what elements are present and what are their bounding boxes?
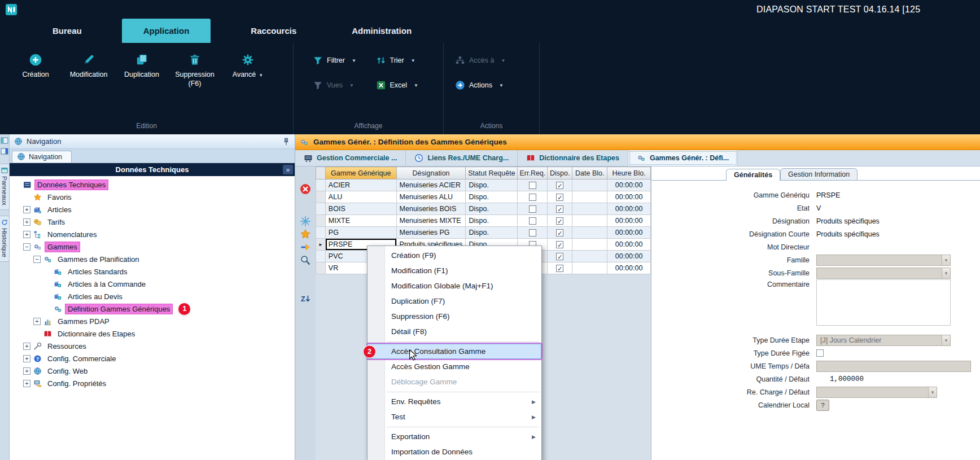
grid-row-bois[interactable]: BOISMenuiseries BOISDispo.00:00:00	[316, 203, 651, 215]
cell-designation[interactable]: Menuiseries MIXTE	[396, 215, 466, 227]
search-button[interactable]	[300, 255, 311, 266]
tree-item-articles-standards[interactable]: Articles Standards	[10, 265, 295, 278]
checkbox-err-req[interactable]	[529, 194, 536, 201]
panel-tab-historique[interactable]: Historique	[0, 216, 10, 262]
cell-dispo[interactable]	[548, 203, 572, 215]
tree-item-articles[interactable]: +Articles	[10, 203, 295, 216]
cell-statut[interactable]: Dispo.	[466, 215, 518, 227]
menu-item-importation-de-donnees[interactable]: Importation de Données	[368, 444, 541, 459]
trier-button[interactable]: Trier ▼	[376, 55, 439, 65]
checkbox-dispo[interactable]	[556, 253, 563, 260]
cell-statut[interactable]: Dispo.	[466, 227, 518, 239]
cell-heure-blo[interactable]: 00:00:00	[607, 179, 651, 191]
expand-icon[interactable]: +	[33, 318, 41, 325]
cell-err-req[interactable]	[518, 191, 548, 203]
cell-gamme[interactable]: ALU	[325, 191, 396, 203]
row-selector[interactable]	[316, 215, 326, 227]
cell-gamme[interactable]: MIXTE	[325, 215, 396, 227]
form-textarea[interactable]	[816, 279, 951, 326]
menu-item-duplication-f7[interactable]: Duplication (F7)	[368, 293, 541, 309]
tab-dictionnaire-etapes[interactable]: Dictionnaire des Etapes	[518, 150, 628, 166]
column-header-designation[interactable]: Désignation	[396, 167, 466, 179]
cell-date-blo[interactable]	[572, 203, 607, 215]
menu-item-suppression-f6[interactable]: Suppression (F6)	[368, 309, 541, 324]
checkbox-err-req[interactable]	[529, 182, 536, 189]
cell-heure-blo[interactable]: 00:00:00	[607, 251, 651, 262]
tree-item-favoris[interactable]: Favoris	[10, 191, 295, 203]
column-header-date-blo[interactable]: Date Blo.	[572, 167, 607, 179]
cell-dispo[interactable]	[548, 179, 572, 191]
column-header-statut-requete[interactable]: Statut Requête	[466, 167, 518, 179]
cell-heure-blo[interactable]: 00:00:00	[607, 239, 651, 251]
expand-icon[interactable]: +	[23, 218, 30, 226]
pin-icon[interactable]	[283, 138, 290, 146]
tree-item-gammes-de-planification[interactable]: −Gammes de Planification	[10, 253, 295, 265]
cell-statut[interactable]: Dispo.	[466, 179, 518, 191]
panel-layout-icon[interactable]	[1, 147, 8, 155]
cell-date-blo[interactable]	[572, 179, 607, 191]
cell-gamme[interactable]: PG	[325, 227, 396, 239]
row-selector[interactable]	[316, 251, 326, 262]
column-header-gamme-generique[interactable]: Gamme Générique	[325, 167, 396, 179]
tree-item-config-proprietes[interactable]: +Config. Propriétés	[10, 377, 295, 389]
checkbox-dispo[interactable]	[556, 265, 563, 272]
clear-filter-button[interactable]	[300, 183, 311, 195]
row-selector[interactable]	[316, 227, 326, 239]
expand-icon[interactable]: +	[23, 231, 30, 238]
column-header-dispo[interactable]: Dispo.	[548, 167, 572, 179]
panel-layout-icon[interactable]	[1, 137, 8, 144]
cell-dispo[interactable]	[548, 227, 572, 239]
menu-item-creation-f9[interactable]: Création (F9)	[368, 248, 541, 263]
checkbox-dispo[interactable]	[556, 182, 563, 189]
expand-icon[interactable]: +	[23, 355, 30, 362]
filtrer-button[interactable]: Filtrer ▼	[313, 55, 376, 65]
sort-za-button[interactable]: Z	[300, 293, 311, 305]
cell-heure-blo[interactable]: 00:00:00	[607, 227, 651, 239]
tree-item-ressources[interactable]: +Ressources	[10, 340, 295, 352]
tab-application[interactable]: Application	[122, 19, 211, 43]
cell-dispo[interactable]	[548, 262, 572, 274]
tree-item-donnees-techniques[interactable]: Données Techniques	[10, 178, 295, 191]
tree-item-gammes-pdap[interactable]: +Gammes PDAP	[10, 315, 295, 327]
cell-dispo[interactable]	[548, 215, 572, 227]
cell-err-req[interactable]	[518, 227, 548, 239]
menu-item-exportation[interactable]: Exportation▶	[368, 429, 541, 444]
form-checkbox[interactable]	[816, 349, 824, 357]
cell-heure-blo[interactable]: 00:00:00	[607, 215, 651, 227]
cell-gamme[interactable]: ACIER	[325, 179, 396, 191]
menu-item-acces-gestion-gamme[interactable]: Accès Gestion Gamme	[368, 359, 541, 374]
tree-item-articles-au-devis[interactable]: Articles au Devis	[10, 290, 295, 303]
checkbox-dispo[interactable]	[556, 205, 563, 213]
tab-generalites[interactable]: Généralités	[726, 169, 780, 181]
cell-date-blo[interactable]	[572, 191, 607, 203]
menu-item-test[interactable]: Test▶	[368, 409, 541, 424]
cell-date-blo[interactable]	[572, 251, 607, 262]
tree-item-config-commerciale[interactable]: +?Config. Commerciale	[10, 352, 295, 365]
grid-corner-cell[interactable]	[316, 167, 326, 179]
cell-heure-blo[interactable]: 00:00:00	[607, 191, 651, 203]
grid-row-pg[interactable]: PGMenuiseries PGDispo.00:00:00	[316, 227, 651, 239]
menu-item-env-requetes[interactable]: Env. Requêtes▶	[368, 394, 541, 409]
tree-item-definition-gammes-generiques[interactable]: Définition Gammes Génériques1	[10, 303, 295, 315]
grid-row-mixte[interactable]: MIXTEMenuiseries MIXTEDispo.00:00:00	[316, 215, 651, 227]
cell-dispo[interactable]	[548, 191, 572, 203]
tree-item-dictionnaire-des-etapes[interactable]: Dictionnaire des Etapes	[10, 327, 295, 340]
checkbox-dispo[interactable]	[556, 194, 563, 201]
collapse-icon[interactable]: −	[33, 256, 41, 263]
panel-tab-panneaux[interactable]: Panneaux	[0, 164, 10, 210]
tree-item-articles-a-la-commande[interactable]: Articles à la Commande	[10, 278, 295, 290]
cell-dispo[interactable]	[548, 239, 572, 251]
menu-item-modification-f1[interactable]: Modification (F1)	[368, 263, 541, 278]
cell-designation[interactable]: Menuiseries ALU	[396, 191, 466, 203]
row-selector[interactable]	[316, 262, 326, 274]
cell-heure-blo[interactable]: 00:00:00	[607, 262, 651, 274]
cell-gamme[interactable]: BOIS	[325, 203, 396, 215]
tab-gestion-commerciale[interactable]: Gestion Commerciale ...	[295, 150, 406, 166]
cell-err-req[interactable]	[518, 179, 548, 191]
cell-date-blo[interactable]	[572, 227, 607, 239]
cell-date-blo[interactable]	[572, 262, 607, 274]
tab-navigation[interactable]: Navigation	[12, 151, 72, 163]
row-selector[interactable]: ►	[316, 239, 326, 251]
tab-administration[interactable]: Administration	[336, 19, 427, 43]
tree-item-gammes[interactable]: −Gammes	[10, 240, 295, 253]
